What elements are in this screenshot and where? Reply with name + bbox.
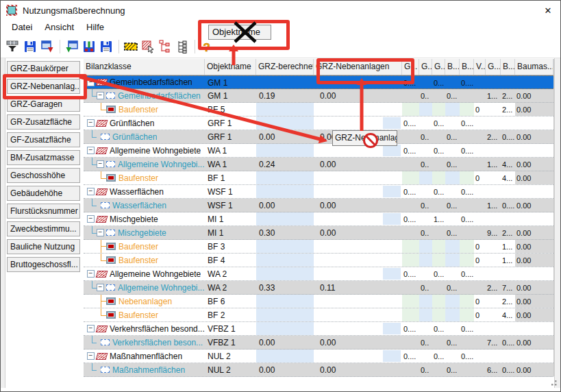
column-header-c6[interactable]: V.. — [474, 59, 486, 75]
cell-c8: 1... — [501, 240, 515, 253]
sidebar-item[interactable]: Geschosshöhe — [7, 168, 80, 183]
table-row[interactable]: −Allgemeine Wohngebi...WA 10.240.000..0.… — [84, 158, 553, 171]
cell-c2 — [419, 76, 432, 88]
sidebar-item[interactable]: GRZ-Garagen — [7, 97, 80, 112]
sidebar-item[interactable]: Bauliche Nutzung — [7, 239, 80, 254]
sidebar-item[interactable]: BM-Zusatzmasse — [7, 150, 80, 165]
sidebar-item[interactable]: GR-Zusatzfläche — [7, 114, 80, 130]
table-row[interactable]: −GemeinbedarfsflächenGM 10....0...0.... — [84, 75, 553, 89]
collapse-icon[interactable]: − — [87, 270, 95, 278]
cell-c1: 0.... — [402, 117, 419, 130]
table-row[interactable]: −MischgebieteMI 10.300.000..0...9...2...… — [84, 226, 553, 240]
column-header-bilanzklasse[interactable]: Bilanzklasse — [84, 59, 205, 75]
dragged-column-button[interactable]: Objektname — [208, 25, 271, 40]
cell-c5 — [460, 130, 474, 143]
collapse-icon[interactable]: − — [97, 92, 104, 99]
cell-grz-nebenanlagen — [314, 240, 402, 253]
table-row[interactable]: NebenanlagenBF 602...0.00 — [84, 295, 553, 308]
cell-grz-nebenanlagen — [314, 267, 402, 280]
table-row[interactable]: GrünflächenGRF 10.000.000..0...2...0....… — [84, 130, 553, 144]
collapse-icon[interactable]: − — [87, 325, 95, 332]
import-icon[interactable] — [64, 38, 80, 55]
column-header-c7[interactable]: G... — [486, 59, 501, 75]
sidebar-item[interactable]: Bruttogeschossfl... — [7, 257, 80, 272]
collapse-icon[interactable]: − — [87, 352, 95, 360]
sidebar-item[interactable]: Zweckbestimmu... — [7, 221, 80, 236]
sidebar-item[interactable]: Flurstücksnummer — [7, 204, 80, 219]
collapse-icon[interactable]: − — [87, 119, 95, 127]
cell-bilanzklasse: −Mischgebiete — [84, 212, 205, 225]
column-header-c8[interactable]: B... — [501, 59, 515, 75]
cell-c8: 0.... — [501, 130, 515, 143]
table-row[interactable]: −Allgemeine Wohngebi...WA 20.330.110..0.… — [84, 281, 553, 295]
column-header-grz_berechnet[interactable]: GRZ-berechnet — [256, 59, 314, 75]
column-header-c5[interactable]: B... — [460, 59, 474, 75]
table-row[interactable]: −Allgemeine WohngebieteWA 10....0...0...… — [84, 144, 553, 158]
collapse-icon[interactable]: − — [87, 215, 95, 223]
cell-c6 — [474, 76, 486, 88]
menu-item-hilfe[interactable]: Hilfe — [85, 21, 105, 34]
collapse-icon[interactable]: − — [97, 160, 104, 168]
table-row[interactable]: −WasserflächenWSF 10....0...0.... — [84, 185, 553, 199]
sidebar-item[interactable]: GRZ-Nebenanlag... — [7, 79, 80, 94]
table-row[interactable]: −GrünflächenGRF 10....0...0.... — [84, 117, 553, 130]
close-icon[interactable]: ✕ — [542, 5, 554, 17]
table-row[interactable]: −Verkehrsflächen besond...VFBZ 10....0..… — [84, 322, 553, 336]
cell-grz-nebenanlagen — [314, 212, 402, 225]
cell-grz-berechnet: 0.00 — [256, 130, 314, 143]
table-row[interactable]: MaßnahmenflächenNUL 20.000.000..0...6...… — [84, 363, 553, 377]
menu-item-ansicht[interactable]: Ansicht — [43, 21, 75, 34]
toolbar-separator — [119, 40, 119, 53]
left-splitter[interactable] — [1, 58, 5, 388]
table-row[interactable]: −Allgemeine WohngebieteWA 20....0...0...… — [84, 267, 553, 281]
sidebar-item[interactable]: GF-Zusatzfläche — [7, 132, 80, 147]
table-row[interactable]: −MischgebieteMI 10....1...0.... — [84, 212, 553, 226]
collapse-icon[interactable]: − — [87, 79, 95, 86]
filter-icon[interactable] — [5, 38, 21, 55]
cell-c7: 1... — [486, 158, 501, 171]
export-icon[interactable] — [39, 38, 55, 55]
table-row[interactable]: BaufensterBF 502...0.00 — [84, 103, 553, 117]
save-table-icon[interactable] — [81, 38, 97, 55]
save-icon[interactable] — [22, 38, 38, 55]
table-row[interactable]: WasserflächenWSF 10.000.000..0...1...0..… — [84, 199, 553, 212]
table-row[interactable]: BaufensterBF 401...0.00 — [84, 254, 553, 267]
cell-c1 — [402, 308, 419, 321]
collapse-icon[interactable]: − — [87, 147, 95, 154]
menu-item-datei[interactable]: Datei — [10, 21, 34, 34]
tree-list-icon[interactable] — [174, 38, 190, 55]
cell-c8 — [501, 117, 515, 130]
table-row[interactable]: −GemeinbedarfsflächenGM 10.190.000..0...… — [84, 89, 553, 103]
cell-c7: 2... — [486, 281, 501, 294]
help-icon[interactable]: ? — [199, 38, 215, 55]
tree-branch-icon[interactable] — [157, 38, 173, 55]
selection-icon[interactable] — [123, 38, 139, 55]
row-label: Verkehrsflächen besond... — [110, 324, 205, 334]
cell-c7 — [486, 240, 501, 253]
column-header-c4[interactable]: B... — [445, 59, 460, 75]
sidebar-item[interactable]: Gebäudehöhe — [7, 186, 80, 201]
area-object-icon — [106, 284, 115, 291]
resize-grip[interactable] — [549, 378, 558, 387]
collapse-icon[interactable]: − — [87, 188, 95, 195]
table-row[interactable]: BaufensterBF 204...0.00 — [84, 308, 553, 322]
collapse-icon[interactable]: − — [97, 284, 104, 291]
cell-c6 — [474, 363, 486, 376]
table-row[interactable]: −MaßnahmenflächenNUL 20....0...0.... — [84, 350, 553, 363]
table-row[interactable]: Verkehrsflächen beson...VFBZ 10.000.000.… — [84, 336, 553, 350]
cell-c1 — [402, 158, 419, 171]
column-header-c2[interactable]: G.. — [419, 59, 432, 75]
cell-bilanzklasse: −Maßnahmenflächen — [84, 350, 205, 363]
table-row[interactable]: BaufensterBF 301...0.00 — [84, 240, 553, 254]
column-header-c9[interactable]: Baumas... — [515, 59, 553, 75]
column-header-grz_nebenanlagen[interactable]: GRZ-Nebenanlagen — [314, 59, 402, 75]
cell-grz-berechnet — [256, 144, 314, 157]
sidebar-item[interactable]: GRZ-Baukörper — [7, 61, 80, 76]
column-header-c3[interactable]: G.. — [432, 59, 445, 75]
save-all-icon[interactable] — [98, 38, 114, 55]
column-header-c1[interactable]: G... — [402, 59, 419, 75]
pick-object-icon[interactable] — [140, 38, 156, 55]
table-row[interactable]: BaufensterBF 104...0.00 — [84, 171, 553, 185]
column-header-objektname[interactable]: Objektname — [205, 59, 256, 75]
collapse-icon[interactable]: − — [97, 229, 104, 236]
